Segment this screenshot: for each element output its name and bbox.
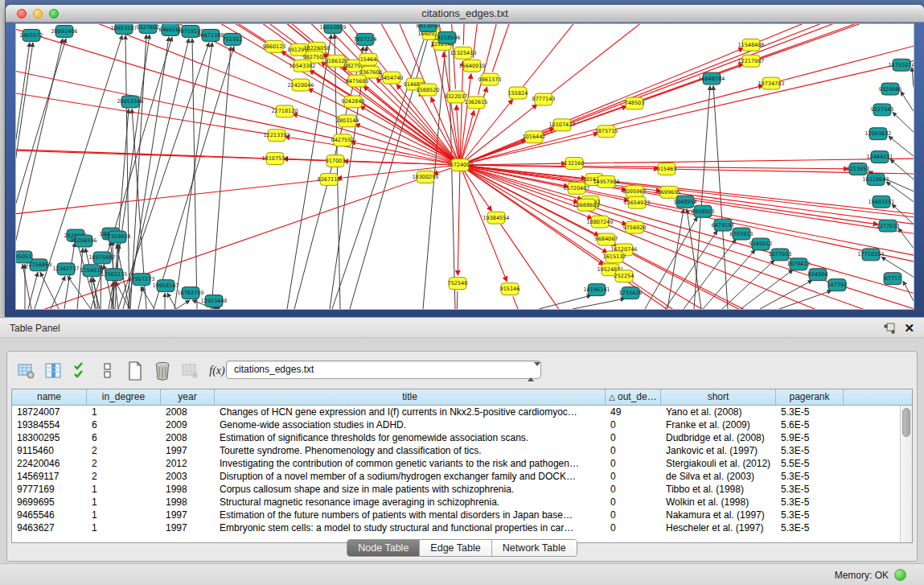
network-node[interactable]: 10653287 bbox=[110, 24, 137, 34]
table-cell[interactable]: 2008 bbox=[161, 431, 215, 444]
table-cell[interactable]: 1998 bbox=[161, 483, 215, 496]
table-cell[interactable]: de Silva et al. (2003) bbox=[661, 470, 776, 483]
table-cell[interactable]: 5.3E-5 bbox=[776, 496, 844, 509]
delete-table-icon[interactable] bbox=[181, 361, 199, 381]
table-cell[interactable]: 1 bbox=[87, 521, 161, 534]
table-cell[interactable]: 2 bbox=[87, 444, 161, 457]
table-cell[interactable]: 5.3E-5 bbox=[776, 444, 844, 457]
network-node[interactable]: 1679412 bbox=[787, 258, 811, 270]
network-node[interactable]: 1362615 bbox=[465, 97, 488, 109]
network-node[interactable]: 1016442 bbox=[523, 131, 546, 143]
table-cell[interactable]: Corpus callosum shape and size in male p… bbox=[215, 483, 606, 496]
unselect-all-icon[interactable] bbox=[99, 361, 117, 381]
table-cell[interactable]: 2003 bbox=[161, 470, 215, 483]
table-cell[interactable]: 1 bbox=[87, 509, 161, 521]
network-node[interactable]: 9245012 bbox=[749, 238, 773, 250]
table-cell[interactable]: 2008 bbox=[161, 406, 215, 418]
network-node[interactable]: 22718120 bbox=[271, 105, 298, 117]
table-cell[interactable]: Estimation of the future numbers of pati… bbox=[215, 509, 606, 521]
network-node[interactable]: 8475685 bbox=[346, 75, 369, 87]
network-node[interactable]: 917003 bbox=[326, 155, 346, 167]
network-node[interactable]: 1527602 bbox=[137, 24, 160, 33]
window-titlebar[interactable]: citations_edges.txt bbox=[6, 5, 924, 23]
network-node[interactable]: 20891406 bbox=[51, 25, 77, 37]
minimize-window-icon[interactable] bbox=[33, 9, 43, 19]
table-cell[interactable]: 6 bbox=[87, 431, 161, 444]
table-cell[interactable]: 49 bbox=[606, 406, 661, 418]
network-node[interactable]: 9329966 bbox=[879, 83, 902, 95]
close-panel-icon[interactable]: ✕ bbox=[904, 321, 914, 336]
network-node[interactable]: 155824 bbox=[508, 87, 528, 99]
memory-ok-green-dot[interactable] bbox=[894, 569, 906, 581]
table-row[interactable]: 946362711997Embryonic stem cells: a mode… bbox=[12, 521, 900, 534]
table-cell[interactable]: 1997 bbox=[161, 521, 215, 534]
table-row[interactable]: 969969511998Structural magnetic resonanc… bbox=[12, 496, 900, 509]
table-cell[interactable]: 18300295 bbox=[12, 431, 87, 444]
table-cell[interactable]: Yano et al. (2008) bbox=[661, 406, 776, 418]
table-cell[interactable]: 5.9E-5 bbox=[776, 431, 844, 444]
column-header-year[interactable]: year bbox=[161, 389, 215, 405]
close-window-icon[interactable] bbox=[17, 9, 27, 19]
table-row[interactable]: 1872400712008Changes of HCN gene express… bbox=[12, 406, 900, 418]
select-all-icon[interactable] bbox=[72, 361, 89, 381]
table-cell[interactable]: Tibbo et al. (1998) bbox=[661, 483, 776, 496]
network-node[interactable]: 132160 bbox=[565, 158, 585, 170]
table-row[interactable]: 946554611997Estimation of the future num… bbox=[12, 509, 900, 521]
network-node[interactable]: 8095967 bbox=[623, 185, 647, 197]
network-node[interactable]: 15464 bbox=[359, 53, 377, 65]
table-cell[interactable]: Embryonic stem cells: a model to study s… bbox=[215, 521, 606, 534]
table-row[interactable]: 1830029562008Estimation of significance … bbox=[12, 431, 900, 444]
network-node[interactable]: 752540 bbox=[448, 278, 468, 290]
table-cell[interactable]: Investigating the contribution of common… bbox=[215, 457, 606, 470]
table-cell[interactable]: Structural magnetic resonance image aver… bbox=[215, 496, 606, 509]
table-cell[interactable]: 5.3E-5 bbox=[776, 509, 844, 521]
table-cell[interactable]: 5.5E-5 bbox=[776, 457, 844, 470]
tab-network-table[interactable]: Network Table bbox=[492, 540, 577, 556]
table-selector-dropdown[interactable]: citations_edges.txt bbox=[226, 360, 541, 379]
network-node[interactable]: 10107427 bbox=[548, 119, 575, 131]
network-node[interactable]: 8267110 bbox=[318, 173, 341, 185]
column-header-pagerank[interactable]: pagerank bbox=[776, 389, 844, 405]
table-cell[interactable]: Estimation of significance thresholds fo… bbox=[215, 431, 606, 444]
network-node[interactable]: 8454749 bbox=[380, 72, 404, 84]
network-node[interactable]: 12093832 bbox=[864, 128, 891, 140]
table-cell[interactable]: Nakamura et al. (1997) bbox=[661, 509, 776, 521]
network-node[interactable]: 19958167 bbox=[152, 280, 179, 292]
table-cell[interactable]: 9115460 bbox=[12, 444, 87, 457]
network-node[interactable]: 1588520 bbox=[417, 84, 440, 96]
network-node[interactable]: 9242848 bbox=[342, 96, 365, 108]
table-cell[interactable]: Wolkin et al. (1998) bbox=[661, 496, 776, 509]
network-node[interactable]: 924504 bbox=[808, 269, 828, 281]
table-cell[interactable]: 0 bbox=[606, 509, 661, 521]
network-node[interactable]: 15751074 bbox=[888, 59, 914, 71]
network-node[interactable]: 16033809 bbox=[319, 24, 346, 33]
table-cell[interactable]: 1 bbox=[87, 496, 161, 509]
column-header-title[interactable]: title bbox=[215, 389, 606, 405]
table-cell[interactable]: 5.3E-5 bbox=[776, 406, 844, 418]
table-cell[interactable]: 19384554 bbox=[12, 418, 87, 431]
show-columns-icon[interactable] bbox=[44, 361, 62, 381]
column-header-short[interactable]: short bbox=[661, 389, 776, 405]
network-node[interactable]: 67717 bbox=[884, 273, 901, 285]
table-cell[interactable]: 5.3E-5 bbox=[776, 483, 844, 496]
network-node[interactable]: 16648784 bbox=[698, 72, 725, 84]
function-builder-icon[interactable]: f(x) bbox=[208, 361, 226, 381]
table-row[interactable]: 1456911722003Disruption of a novel membe… bbox=[12, 470, 900, 483]
network-node[interactable]: 2803144 bbox=[336, 115, 359, 127]
network-node[interactable]: 85051 bbox=[16, 251, 32, 263]
zoom-window-icon[interactable] bbox=[49, 9, 59, 19]
network-node[interactable]: 12213393 bbox=[263, 130, 290, 142]
network-node[interactable]: 1875715 bbox=[595, 126, 618, 138]
network-node[interactable]: 748503 bbox=[625, 97, 645, 109]
network-node[interactable]: 751552 bbox=[223, 33, 243, 45]
network-node[interactable]: 1840954 bbox=[674, 196, 697, 208]
float-panel-icon[interactable] bbox=[884, 323, 895, 334]
network-node[interactable]: 8777143 bbox=[532, 93, 556, 105]
network-node[interactable]: 167792 bbox=[827, 279, 848, 291]
network-node[interactable]: 18107554 bbox=[261, 153, 288, 165]
network-node[interactable]: 8213953 bbox=[847, 163, 870, 175]
table-cell[interactable]: 6 bbox=[87, 418, 161, 431]
network-node[interactable]: 915146 bbox=[500, 283, 520, 295]
tab-edge-table[interactable]: Edge Table bbox=[420, 540, 491, 556]
table-cell[interactable]: Hescheler et al. (1997) bbox=[661, 521, 776, 534]
